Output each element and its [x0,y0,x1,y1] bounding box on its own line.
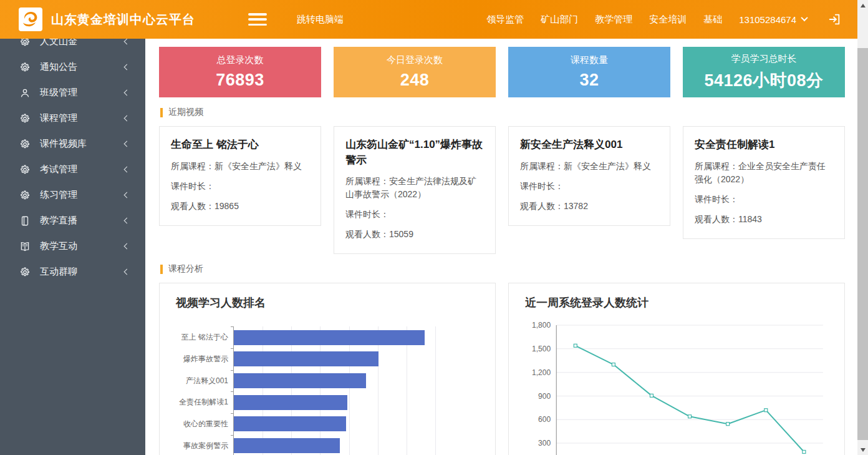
gear-icon [19,266,31,278]
logout-icon[interactable] [827,12,841,26]
bar [234,438,340,453]
stat-card-1: 总登录次数76893 [159,47,321,97]
video-title: 安全责任制解读1 [695,137,833,153]
bar [234,416,346,431]
bar-row: 收心的重要性 [234,413,435,435]
sidebar-item-1[interactable]: 人文山金 [0,39,145,54]
video-cards-row: 生命至上 铭法于心所属课程：新《安全生产法》释义课件时长：观看人数：19865山… [159,126,845,254]
chevron-left-icon [124,269,130,275]
video-card-2[interactable]: 山东笏山金矿“1.10”爆炸事故警示所属课程：安全生产法律法规及矿山事故警示（2… [334,126,496,254]
stat-value: 32 [579,71,599,90]
sidebar-item-label: 人文山金 [40,39,77,47]
main-content: 总登录次数76893今日登录次数248课程数量32学员学习总时长54126小时0… [145,39,857,455]
stat-label: 课程数量 [571,54,608,66]
sidebar-item-7[interactable]: 练习管理 [0,182,145,208]
gear-icon [19,112,31,124]
scroll-up-icon[interactable] [857,0,868,11]
sidebar-item-9[interactable]: 教学互动 [0,233,145,259]
section-title: 课程分析 [168,263,203,275]
sidebar-item-8[interactable]: 教学直播 [0,208,145,233]
bar-chart-title: 视频学习人数排名 [176,295,484,310]
video-meta-line: 所属课程：安全生产法律法规及矿山事故警示（2022） [345,175,484,201]
charts-row: 视频学习人数排名 03,0006,0009,00012,00015,00018,… [159,283,845,455]
chevron-left-icon [124,243,130,250]
nav-item-3[interactable]: 教学管理 [595,14,632,26]
video-meta-line: 所属课程：新《安全生产法》释义 [171,160,309,173]
tablet-icon [19,215,31,227]
bar [234,351,379,366]
stat-cards-row: 总登录次数76893今日登录次数248课程数量32学员学习总时长54126小时0… [159,47,845,97]
bar-category-label: 至上 铭法于心 [181,326,228,348]
line-chart-card: 近一周系统登录人数统计 03006009001,2001,5001,800202… [508,283,845,455]
data-point-marker [803,451,806,454]
sidebar-item-label: 练习管理 [40,189,77,201]
data-point-marker [574,345,577,348]
sidebar-item-6[interactable]: 考试管理 [0,157,145,182]
bar [234,395,347,410]
line-chart-svg: 03006009001,2001,5001,8002022-03-182022-… [520,319,833,455]
app-logo [19,7,42,31]
data-point-marker [688,415,692,418]
video-meta-line: 观看人数：13782 [520,200,658,213]
bar-chart-card: 视频学习人数排名 03,0006,0009,00012,00015,00018,… [159,283,496,455]
sidebar-item-2[interactable]: 通知公告 [0,54,145,80]
bar-category-label: 爆炸事故警示 [183,348,228,370]
section-recent-videos: 近期视频 [160,107,844,118]
video-meta-line: 观看人数：19865 [171,200,309,213]
menu-icon[interactable] [248,13,267,26]
jump-to-pc-link[interactable]: 跳转电脑端 [297,14,344,26]
y-axis-tick-label: 1,200 [532,368,551,377]
video-meta-line: 所属课程：新《安全生产法》释义 [520,160,658,173]
bar-row: 产法释义001 [234,370,435,392]
video-meta-line: 课件时长： [520,180,658,193]
chevron-left-icon [124,141,130,147]
nav-item-2[interactable]: 矿山部门 [541,14,578,26]
line-chart-title: 近一周系统登录人数统计 [525,295,833,310]
bar-row: 事故案例警示 [234,435,435,455]
sidebar-item-label: 教学直播 [40,215,77,227]
nav-item-1[interactable]: 领导监管 [486,14,524,26]
section-marker [160,265,163,274]
section-title: 近期视频 [168,107,203,118]
data-point-marker [650,394,653,398]
gear-icon [19,138,31,150]
video-card-3[interactable]: 新安全生产法释义001所属课程：新《安全生产法》释义课件时长：观看人数：1378… [508,126,670,226]
gear-icon [19,61,31,73]
scrollbar-thumb[interactable] [857,48,868,440]
scrollbar[interactable] [857,0,868,455]
user-icon [19,87,31,99]
user-phone-dropdown[interactable]: 13105284674 [739,14,807,25]
line-chart: 03006009001,2001,5001,8002022-03-182022-… [520,319,833,455]
bar-category-label: 产法释义001 [186,370,228,392]
page-title: 山东黄金培训中心云平台 [51,11,195,28]
stat-card-4: 学员学习总时长54126小时08分 [683,47,845,97]
gear-icon [19,39,31,47]
y-axis-tick-label: 1,800 [532,321,551,330]
bar-row: 全责任制解读1 [234,391,435,413]
scroll-down-icon[interactable] [857,444,868,455]
sidebar-item-label: 通知公告 [40,61,77,73]
video-meta-line: 观看人数：15059 [345,228,484,241]
data-point-marker [764,409,768,412]
sidebar-item-10[interactable]: 互动群聊 [0,259,145,285]
video-card-1[interactable]: 生命至上 铭法于心所属课程：新《安全生产法》释义课件时长：观看人数：19865 [159,126,321,226]
sidebar-item-5[interactable]: 课件视频库 [0,131,145,157]
chevron-left-icon [124,167,130,173]
video-card-4[interactable]: 安全责任制解读1所属课程：企业全员安全生产责任强化（2022）课件时长：观看人数… [683,126,845,239]
nav-item-5[interactable]: 基础 [703,14,722,26]
sidebar-item-label: 班级管理 [40,87,77,99]
book-icon [19,240,31,252]
stat-label: 今日登录次数 [387,54,443,66]
sidebar-item-4[interactable]: 课程管理 [0,105,145,131]
y-axis-tick-label: 600 [538,416,551,424]
chevron-down-icon [801,14,808,21]
stat-value: 248 [400,71,430,90]
chevron-left-icon [124,218,130,224]
chevron-left-icon [124,192,130,198]
video-title: 生命至上 铭法于心 [171,137,309,153]
stat-value: 54126小时08分 [704,69,823,92]
nav-item-4[interactable]: 安全培训 [649,14,687,26]
sidebar-item-3[interactable]: 班级管理 [0,80,145,105]
user-phone: 13105284674 [739,14,796,25]
data-point-marker [612,363,615,366]
